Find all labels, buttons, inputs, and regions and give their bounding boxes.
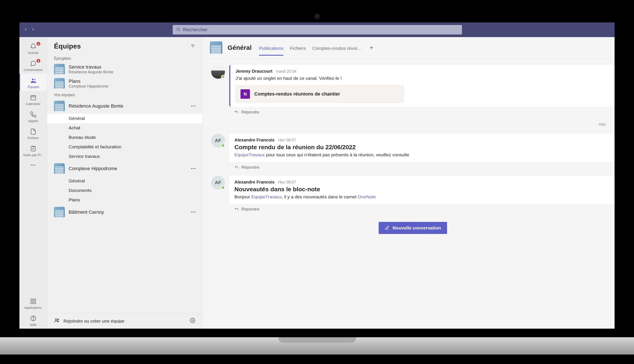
channel-avatar [210,42,222,54]
bell-icon [30,43,37,50]
camera [314,14,320,19]
search-icon [176,27,180,32]
message: Jeremy Draucourt mardi 20:34 J'ai ajouté… [211,65,614,115]
channel-item[interactable]: Général [47,176,202,186]
tab-meeting-reports[interactable]: Comptes-rendus réuni... [312,44,361,56]
message-time: Hier 08:57 [278,180,296,184]
rail-activity[interactable]: 1 Activité [20,40,47,57]
message-author: Alexandre Francois [234,138,274,142]
team-row[interactable]: Résidence Auguste Bonte ••• [47,98,202,114]
svg-rect-11 [31,302,33,304]
reply-label: Répondre [241,110,259,114]
avatar [211,65,225,79]
chat-badge: 1 [36,58,41,63]
main-content: Général Publications Fichiers Comptes-re… [202,37,614,329]
message-card[interactable]: Alexandre Francois Hier 08:57 Nouveautés… [229,176,614,204]
more-icon[interactable]: ••• [190,167,197,170]
gear-icon[interactable] [190,318,195,324]
svg-rect-10 [34,299,36,301]
svg-point-22 [192,320,193,321]
channel-item[interactable]: Plans [47,195,202,205]
rail-label: Appels [28,119,38,123]
reply-button[interactable]: Répondre [229,107,614,115]
channel-item[interactable]: Bureau étude [47,132,202,142]
channel-item[interactable]: Achat [47,123,202,132]
more-icon[interactable]: ••• [190,104,197,108]
rail-calls[interactable]: Appels [20,108,47,125]
rail-calendar[interactable]: Calendrier [20,91,47,108]
message-body: EquipeTravaux pour tous ceux qui n'étaie… [234,152,609,158]
tab-publications[interactable]: Publications [259,44,283,56]
rail-chat[interactable]: 1 Conversation [20,57,47,74]
mention[interactable]: EquipeTravaux [234,152,265,157]
svg-point-19 [58,319,59,320]
app-body: 1 Activité 1 Conversation Équipes C [20,37,614,329]
rail-help[interactable]: Aide [20,312,47,329]
calendar-icon [30,94,37,101]
new-conversation-wrap: Nouvelle conversation [211,218,614,240]
svg-point-2 [32,78,34,80]
pinned-sub: Résidence Auguste Bonte [69,70,113,74]
teams-header: Équipes [47,37,202,54]
app-window: 1 Activité 1 Conversation Équipes C [20,22,614,329]
back-button[interactable] [24,28,28,32]
message-title: Nouveautés dans le bloc-note [234,186,609,193]
link[interactable]: OneNote [358,194,376,199]
phone-icon [30,111,37,118]
channel-item[interactable]: Documents [47,186,202,195]
avatar: AF [211,176,225,190]
teams-sidebar: Équipes Épinglées Service travaux Réside… [47,37,202,329]
message-author: Jeremy Draucourt [235,69,272,74]
rail-apps[interactable]: Applications [20,294,47,312]
message-card[interactable]: Alexandre Francois Hier 08:57 Compte ren… [229,134,614,162]
chat-icon [30,60,37,67]
mention[interactable]: EquipeTravaux [251,194,281,199]
apps-icon [30,298,37,305]
add-tab-button[interactable]: + [370,44,374,52]
message-time: Hier 08:57 [278,138,296,142]
nav-arrows [24,28,35,32]
channel-item[interactable]: Service travaux [47,152,202,161]
reply-button[interactable]: Répondre [229,204,614,212]
message-author: Alexandre Francois [234,180,274,184]
rail-tasks[interactable]: Tasks par Pl... [20,142,47,159]
join-team-label: Rejoindre ou créer une équipe [64,318,125,324]
pinned-item[interactable]: Service travaux Résidence Auguste Bonte [47,62,202,76]
search-box[interactable] [173,25,462,34]
channel-title: Général [227,44,252,51]
title-bar [20,22,614,37]
your-teams-label: Vos équipes [47,90,202,98]
presence-indicator [221,144,225,148]
filter-icon[interactable] [190,43,195,50]
reply-label: Répondre [241,207,259,212]
more-icon[interactable]: ••• [190,210,197,214]
team-row[interactable]: Complexe Hippodrome ••• [47,161,202,176]
rail-label: Tasks par Pl... [23,153,43,157]
team-name: Complexe Hippodrome [69,166,186,172]
new-conversation-button[interactable]: Nouvelle conversation [379,222,447,234]
svg-line-1 [179,30,180,31]
rail-teams[interactable]: Équipes [20,74,47,91]
app-rail: 1 Activité 1 Conversation Équipes C [20,37,47,329]
channel-item[interactable]: Général [47,114,202,123]
channel-item[interactable]: Comptabilité et facturation [47,142,202,152]
team-avatar [54,163,65,174]
search-input[interactable] [183,27,459,32]
rail-label: Activité [28,51,38,54]
join-team-row[interactable]: Rejoindre ou créer une équipe [47,313,202,329]
forward-button[interactable] [31,28,35,32]
date-divider: Hier [211,120,614,128]
team-row[interactable]: Bâtiment Carnoy ••• [47,205,202,220]
rail-label: Équipes [28,85,39,89]
laptop-base [0,337,634,354]
svg-rect-4 [31,96,36,100]
pinned-item[interactable]: Plans Complexe Hippodrome [47,76,202,90]
tab-files[interactable]: Fichiers [290,44,306,56]
message-card[interactable]: Jeremy Draucourt mardi 20:34 J'ai ajouté… [229,65,614,107]
rail-files[interactable]: Fichiers [20,125,47,142]
rail-more[interactable]: ••• [31,159,36,172]
attachment-card[interactable]: N Comptes-rendus réunions de chantier [235,85,404,103]
reply-button[interactable]: Répondre [229,162,614,170]
svg-point-3 [34,79,35,80]
teams-title: Équipes [54,42,81,50]
